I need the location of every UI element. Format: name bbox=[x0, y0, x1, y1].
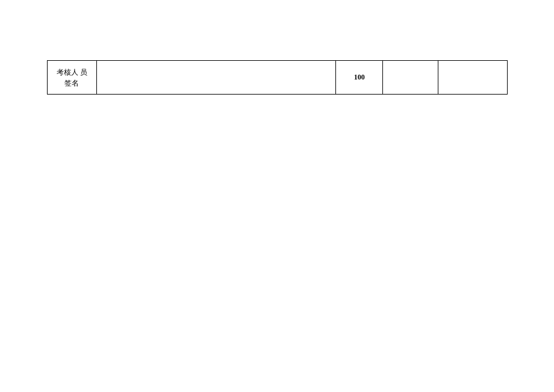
table-row: 考核人 员 签名 100 bbox=[48, 61, 508, 95]
score-cell: 100 bbox=[336, 61, 383, 95]
assessment-table-wrapper: 考核人 员 签名 100 bbox=[47, 60, 508, 95]
label-line1: 考核人 员 bbox=[57, 68, 87, 76]
extra-cell-1 bbox=[383, 61, 438, 95]
signature-cell bbox=[96, 61, 335, 95]
assessment-table: 考核人 员 签名 100 bbox=[47, 60, 508, 95]
assessor-signature-label-cell: 考核人 员 签名 bbox=[48, 61, 97, 95]
label-line2: 签名 bbox=[64, 79, 79, 87]
extra-cell-2 bbox=[438, 61, 508, 95]
